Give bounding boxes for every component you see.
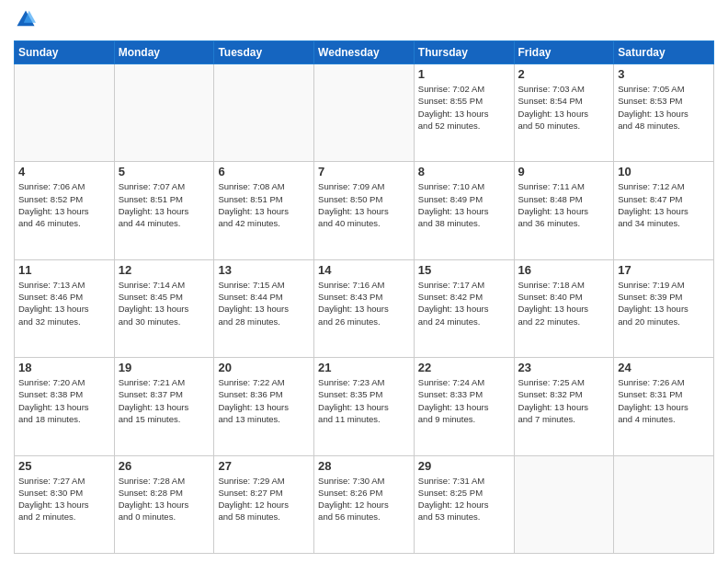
calendar-cell: 20Sunrise: 7:22 AMSunset: 8:36 PMDayligh…: [214, 358, 314, 455]
day-info: Sunrise: 7:31 AMSunset: 8:25 PMDaylight:…: [418, 475, 510, 523]
calendar-cell: 17Sunrise: 7:19 AMSunset: 8:39 PMDayligh…: [614, 259, 714, 357]
calendar-cell: 4Sunrise: 7:06 AMSunset: 8:52 PMDaylight…: [15, 162, 115, 259]
day-info: Sunrise: 7:09 AMSunset: 8:50 PMDaylight:…: [318, 180, 410, 229]
day-number: 29: [418, 459, 510, 473]
calendar-week-row: 1Sunrise: 7:02 AMSunset: 8:55 PMDaylight…: [15, 64, 714, 162]
day-number: 18: [18, 361, 110, 374]
day-info: Sunrise: 7:14 AMSunset: 8:45 PMDaylight:…: [119, 279, 210, 327]
day-info: Sunrise: 7:03 AMSunset: 8:54 PMDaylight:…: [518, 83, 610, 132]
day-number: 9: [518, 165, 610, 178]
calendar-cell: 18Sunrise: 7:20 AMSunset: 8:38 PMDayligh…: [15, 358, 115, 455]
day-number: 28: [318, 459, 410, 473]
day-info: Sunrise: 7:12 AMSunset: 8:47 PMDaylight:…: [618, 180, 710, 229]
header: [14, 9, 714, 33]
day-info: Sunrise: 7:28 AMSunset: 8:28 PMDaylight:…: [119, 475, 210, 523]
day-number: 22: [418, 361, 510, 374]
day-info: Sunrise: 7:27 AMSunset: 8:30 PMDaylight:…: [18, 475, 110, 523]
calendar-cell: 26Sunrise: 7:28 AMSunset: 8:28 PMDayligh…: [114, 455, 214, 553]
calendar-header-row: SundayMondayTuesdayWednesdayThursdayFrid…: [15, 41, 714, 64]
calendar-cell: [514, 455, 614, 553]
logo-icon: [16, 9, 36, 29]
calendar-cell: 10Sunrise: 7:12 AMSunset: 8:47 PMDayligh…: [614, 162, 714, 259]
day-number: 14: [318, 263, 410, 277]
day-number: 20: [218, 361, 310, 374]
day-info: Sunrise: 7:15 AMSunset: 8:44 PMDaylight:…: [218, 279, 310, 327]
day-info: Sunrise: 7:21 AMSunset: 8:37 PMDaylight:…: [119, 376, 210, 425]
calendar-cell: [614, 455, 714, 553]
day-number: 19: [119, 361, 210, 374]
day-number: 23: [518, 361, 610, 374]
calendar-cell: 9Sunrise: 7:11 AMSunset: 8:48 PMDaylight…: [514, 162, 614, 259]
day-info: Sunrise: 7:23 AMSunset: 8:35 PMDaylight:…: [318, 376, 410, 425]
calendar-cell: 23Sunrise: 7:25 AMSunset: 8:32 PMDayligh…: [514, 358, 614, 455]
calendar-cell: 29Sunrise: 7:31 AMSunset: 8:25 PMDayligh…: [414, 455, 514, 553]
day-info: Sunrise: 7:19 AMSunset: 8:39 PMDaylight:…: [618, 279, 710, 327]
day-info: Sunrise: 7:02 AMSunset: 8:55 PMDaylight:…: [418, 83, 510, 132]
calendar-cell: 1Sunrise: 7:02 AMSunset: 8:55 PMDaylight…: [414, 64, 514, 162]
day-info: Sunrise: 7:17 AMSunset: 8:42 PMDaylight:…: [418, 279, 510, 327]
day-number: 3: [618, 67, 710, 81]
calendar-week-row: 4Sunrise: 7:06 AMSunset: 8:52 PMDaylight…: [15, 162, 714, 259]
day-info: Sunrise: 7:20 AMSunset: 8:38 PMDaylight:…: [18, 376, 110, 425]
day-number: 1: [418, 67, 510, 81]
calendar-cell: 25Sunrise: 7:27 AMSunset: 8:30 PMDayligh…: [15, 455, 115, 553]
calendar-cell: [214, 64, 314, 162]
day-info: Sunrise: 7:24 AMSunset: 8:33 PMDaylight:…: [418, 376, 510, 425]
calendar-day-header: Friday: [514, 41, 614, 64]
day-info: Sunrise: 7:07 AMSunset: 8:51 PMDaylight:…: [119, 180, 210, 229]
calendar-cell: [15, 64, 115, 162]
day-number: 7: [318, 165, 410, 178]
day-number: 5: [119, 165, 210, 178]
calendar-cell: 6Sunrise: 7:08 AMSunset: 8:51 PMDaylight…: [214, 162, 314, 259]
day-info: Sunrise: 7:30 AMSunset: 8:26 PMDaylight:…: [318, 475, 410, 523]
calendar-cell: 16Sunrise: 7:18 AMSunset: 8:40 PMDayligh…: [514, 259, 614, 357]
calendar-cell: 24Sunrise: 7:26 AMSunset: 8:31 PMDayligh…: [614, 358, 714, 455]
day-info: Sunrise: 7:22 AMSunset: 8:36 PMDaylight:…: [218, 376, 310, 425]
calendar-cell: 12Sunrise: 7:14 AMSunset: 8:45 PMDayligh…: [114, 259, 214, 357]
day-number: 21: [318, 361, 410, 374]
calendar-week-row: 18Sunrise: 7:20 AMSunset: 8:38 PMDayligh…: [15, 358, 714, 455]
calendar-week-row: 25Sunrise: 7:27 AMSunset: 8:30 PMDayligh…: [15, 455, 714, 553]
day-info: Sunrise: 7:16 AMSunset: 8:43 PMDaylight:…: [318, 279, 410, 327]
day-number: 10: [618, 165, 710, 178]
calendar-cell: 28Sunrise: 7:30 AMSunset: 8:26 PMDayligh…: [314, 455, 415, 553]
day-number: 8: [418, 165, 510, 178]
day-number: 6: [218, 165, 310, 178]
day-number: 12: [119, 263, 210, 277]
calendar-cell: 13Sunrise: 7:15 AMSunset: 8:44 PMDayligh…: [214, 259, 314, 357]
calendar-cell: 5Sunrise: 7:07 AMSunset: 8:51 PMDaylight…: [114, 162, 214, 259]
calendar-week-row: 11Sunrise: 7:13 AMSunset: 8:46 PMDayligh…: [15, 259, 714, 357]
calendar-cell: [114, 64, 214, 162]
day-number: 13: [218, 263, 310, 277]
calendar-day-header: Tuesday: [214, 41, 314, 64]
day-number: 11: [18, 263, 110, 277]
calendar-cell: 11Sunrise: 7:13 AMSunset: 8:46 PMDayligh…: [15, 259, 115, 357]
calendar-cell: 3Sunrise: 7:05 AMSunset: 8:53 PMDaylight…: [614, 64, 714, 162]
calendar-day-header: Monday: [114, 41, 214, 64]
day-info: Sunrise: 7:29 AMSunset: 8:27 PMDaylight:…: [218, 475, 310, 523]
calendar-day-header: Thursday: [414, 41, 514, 64]
calendar-cell: 19Sunrise: 7:21 AMSunset: 8:37 PMDayligh…: [114, 358, 214, 455]
calendar-cell: 22Sunrise: 7:24 AMSunset: 8:33 PMDayligh…: [414, 358, 514, 455]
calendar-cell: 7Sunrise: 7:09 AMSunset: 8:50 PMDaylight…: [314, 162, 415, 259]
day-number: 16: [518, 263, 610, 277]
day-number: 24: [618, 361, 710, 374]
page: SundayMondayTuesdayWednesdayThursdayFrid…: [0, 0, 728, 563]
day-number: 27: [218, 459, 310, 473]
day-number: 4: [18, 165, 110, 178]
day-number: 15: [418, 263, 510, 277]
calendar-day-header: Wednesday: [314, 41, 415, 64]
day-number: 2: [518, 67, 610, 81]
day-number: 25: [18, 459, 110, 473]
day-number: 26: [119, 459, 210, 473]
calendar-cell: 2Sunrise: 7:03 AMSunset: 8:54 PMDaylight…: [514, 64, 614, 162]
day-info: Sunrise: 7:25 AMSunset: 8:32 PMDaylight:…: [518, 376, 610, 425]
day-info: Sunrise: 7:10 AMSunset: 8:49 PMDaylight:…: [418, 180, 510, 229]
calendar-day-header: Sunday: [15, 41, 115, 64]
calendar-table: SundayMondayTuesdayWednesdayThursdayFrid…: [14, 40, 714, 554]
day-number: 17: [618, 263, 710, 277]
day-info: Sunrise: 7:05 AMSunset: 8:53 PMDaylight:…: [618, 83, 710, 132]
day-info: Sunrise: 7:06 AMSunset: 8:52 PMDaylight:…: [18, 180, 110, 229]
day-info: Sunrise: 7:18 AMSunset: 8:40 PMDaylight:…: [518, 279, 610, 327]
calendar-cell: [314, 64, 415, 162]
